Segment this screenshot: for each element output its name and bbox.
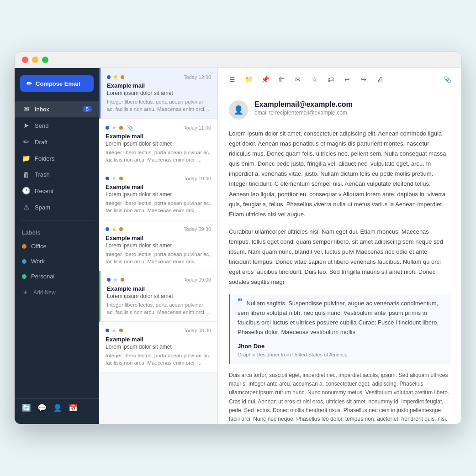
email-body: Lorem ipsum dolor sit amet, consectetuer… (229, 129, 450, 424)
send-icon: ➤ (22, 121, 30, 130)
tag-2 (119, 126, 123, 130)
add-label-button[interactable]: ＋ Add New (15, 284, 99, 301)
maximize-button[interactable] (42, 57, 48, 63)
compose-button[interactable]: ✏ Compose Email (20, 75, 94, 92)
star-1[interactable]: ★ (113, 73, 118, 80)
time-4: Today 09:30 (184, 226, 211, 232)
nav-spam[interactable]: ⚠ Spam (15, 199, 99, 215)
folders-label: Folders (35, 155, 54, 162)
forward-button[interactable]: ↪ (357, 73, 370, 86)
labels-header: Labels (15, 227, 99, 239)
delete-button[interactable]: 🗑 (275, 73, 288, 86)
compose-label: Compose Email (36, 80, 80, 87)
office-dot (22, 244, 26, 249)
quote-role: Graphic Desighner from United States of … (238, 351, 443, 359)
unread-dot-1 (107, 75, 111, 79)
labels-section: Labels Office Work Personal ＋ Add New (15, 227, 99, 301)
attachment-toolbar-button[interactable]: 📎 (440, 73, 454, 86)
tag-3 (119, 177, 123, 180)
label-button[interactable]: 🏷 (324, 73, 338, 86)
email-header-section: 👤 Examplemail@example.com email to recip… (229, 100, 450, 120)
app-container: ✏ Compose Email ✉ Inbox 5 ➤ Send ✏ Draft… (15, 68, 461, 424)
nav-recent[interactable]: 🕐 Recent (15, 183, 99, 199)
email-item-3[interactable]: ★ Today 10:00 Example mail Lorem ipsum d… (99, 169, 217, 220)
subject-5: Example mail (107, 285, 211, 292)
email-from: Examplemail@example.com (254, 100, 450, 109)
unread-dot-5 (107, 278, 111, 282)
spam-icon: ⚠ (22, 203, 30, 211)
close-button[interactable] (22, 57, 28, 63)
menu-button[interactable]: ☰ (225, 73, 239, 86)
pin-button[interactable]: 📌 (258, 73, 272, 86)
time-5: Today 09:00 (184, 277, 211, 282)
email-item-5[interactable]: ★ Today 09:00 Example mail Lorem ipsum d… (99, 271, 217, 322)
minimize-button[interactable] (32, 57, 38, 63)
nav-send[interactable]: ➤ Send (15, 117, 99, 134)
trash-label: Trash (35, 171, 50, 178)
unread-dot-2 (106, 126, 109, 130)
star-2[interactable]: ★ (111, 124, 117, 131)
quote-mark: " (238, 297, 243, 308)
calendar-icon[interactable]: 📅 (69, 403, 78, 412)
inbox-badge: 5 (83, 106, 92, 112)
nav-inbox[interactable]: ✉ Inbox 5 (15, 101, 99, 117)
subject-3: Example mail (106, 183, 211, 190)
email-toolbar: ☰ 📁 📌 🗑 ✉ ☆ 🏷 ↩ ↪ 🖨 📎 (218, 68, 461, 91)
office-label: Office (31, 243, 47, 250)
star-5[interactable]: ★ (113, 277, 118, 283)
unread-dot-6 (106, 329, 109, 332)
preview-sub-5: Lorem ipsum dolor sit amet (107, 293, 211, 299)
inbox-icon: ✉ (22, 105, 30, 113)
quote-text: Nullam sagittis. Suspendisse pulvinar, a… (238, 300, 439, 335)
preview-sub-1: Lorem ipsum dolor sit amet (107, 90, 211, 96)
personal-label: Personal (31, 273, 54, 280)
nav-draft[interactable]: ✏ Draft (15, 134, 99, 150)
unread-dot-3 (106, 177, 109, 180)
email-from-info: Examplemail@example.com email to recipie… (254, 100, 450, 116)
nav-folders[interactable]: 📁 Folders (15, 150, 99, 167)
star-3[interactable]: ★ (111, 175, 117, 182)
recent-icon: 🕐 (22, 187, 30, 195)
email-item-2[interactable]: ★ 📎 Today 11:00 Example mail Lorem ipsum… (99, 119, 217, 169)
spam-label: Spam (35, 204, 50, 211)
tag-6 (119, 329, 123, 332)
sender-avatar: 👤 (229, 100, 248, 120)
preview-6: Integer libero lectus, porta acean pulvi… (106, 352, 211, 366)
star-6[interactable]: ★ (111, 327, 117, 334)
send-label: Send (35, 122, 48, 129)
folder-button[interactable]: 📁 (242, 73, 255, 86)
browser-window: ✏ Compose Email ✉ Inbox 5 ➤ Send ✏ Draft… (14, 52, 462, 424)
personal-dot (22, 274, 26, 279)
tag-5 (121, 278, 124, 282)
star-4[interactable]: ★ (111, 226, 117, 233)
email-item-4[interactable]: ★ Today 09:30 Example mail Lorem ipsum d… (99, 220, 217, 271)
preview-sub-4: Lorem ipsum dolor sit amet (106, 242, 211, 249)
email-item-6[interactable]: ★ Today 08:30 Example mail Lorem ipsum d… (99, 322, 217, 372)
chat-icon[interactable]: 💬 (37, 403, 47, 412)
refresh-icon[interactable]: 🔄 (22, 403, 31, 412)
label-work[interactable]: Work (15, 254, 99, 269)
subject-1: Example mail (107, 82, 211, 89)
email-item-1[interactable]: ★ Today 12:00 Example mail Lorem ipsum d… (99, 68, 217, 119)
print-button[interactable]: 🖨 (373, 73, 387, 86)
label-personal[interactable]: Personal (15, 269, 99, 284)
attachment-icon-2: 📎 (127, 125, 134, 131)
subject-6: Example mail (106, 336, 211, 343)
preview-5: Integer libero lectus, porta acean pulvi… (107, 301, 211, 316)
reply-button[interactable]: ↩ (340, 73, 354, 86)
tag-4 (119, 227, 123, 231)
time-1: Today 12:00 (184, 74, 211, 80)
mail-button[interactable]: ✉ (291, 73, 305, 86)
sidebar-bottom: 🔄 💬 👤 📅 (15, 398, 99, 417)
contacts-icon[interactable]: 👤 (53, 403, 62, 412)
star-toolbar-button[interactable]: ☆ (307, 73, 321, 86)
recent-label: Recent (35, 188, 53, 194)
work-dot (22, 259, 26, 264)
email-list: ★ Today 12:00 Example mail Lorem ipsum d… (99, 68, 218, 424)
trash-icon: 🗑 (22, 171, 30, 178)
plus-icon: ＋ (22, 288, 29, 297)
preview-3: Integer libero lectus, porta acean pulvi… (106, 199, 211, 214)
label-office[interactable]: Office (15, 239, 99, 254)
nav-trash[interactable]: 🗑 Trash (15, 167, 99, 183)
time-2: Today 11:00 (184, 125, 211, 131)
